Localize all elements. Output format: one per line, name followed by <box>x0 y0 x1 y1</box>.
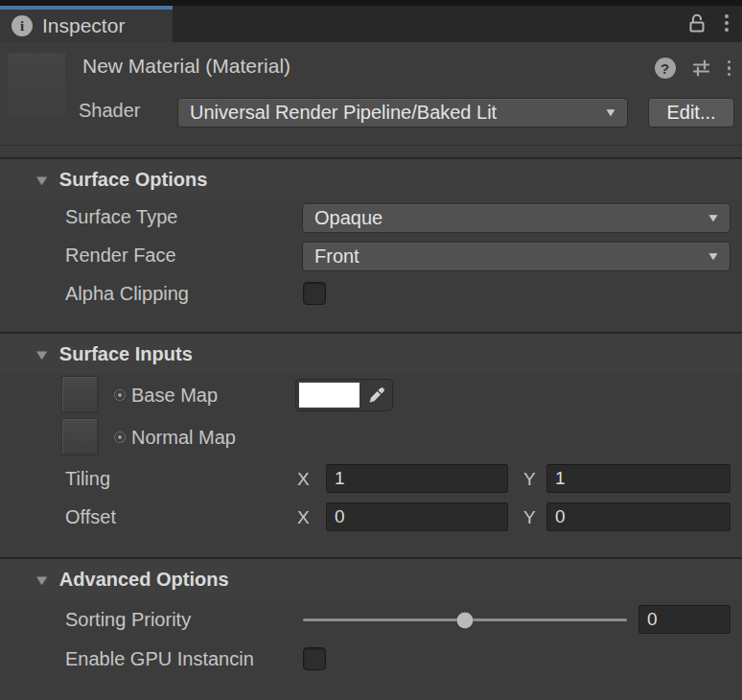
tiling-x-input[interactable] <box>326 464 508 493</box>
sorting-priority-slider-thumb[interactable] <box>457 612 474 628</box>
surface-type-dropdown[interactable]: Opaque ▼ <box>302 203 730 233</box>
tiling-y-label: Y <box>523 469 536 490</box>
header-separator <box>0 145 742 146</box>
offset-x-label: X <box>297 507 310 528</box>
tab-inspector[interactable]: i Inspector <box>0 6 173 42</box>
chevron-down-icon: ▼ <box>707 211 721 224</box>
presets-icon[interactable] <box>690 58 711 79</box>
section-title: Advanced Options <box>59 569 229 591</box>
tiling-x-label: X <box>297 469 310 490</box>
tab-bar: i Inspector <box>0 0 742 42</box>
render-face-label: Render Face <box>65 245 176 267</box>
foldout-triangle-icon: ▼ <box>33 572 51 588</box>
section-title: Surface Inputs <box>59 343 193 365</box>
normal-map-label: Normal Map <box>131 427 236 449</box>
foldout-triangle-icon: ▼ <box>33 346 51 362</box>
offset-y-label: Y <box>523 507 536 528</box>
gpu-instancing-label: Enable GPU Instancin <box>65 648 254 670</box>
shader-dropdown-value: Universal Render Pipeline/Baked Lit <box>190 102 497 124</box>
material-header: New Material (Material) ? Shader Univers… <box>0 42 742 145</box>
shader-edit-button[interactable]: Edit... <box>648 98 734 128</box>
base-map-label: Base Map <box>131 385 218 407</box>
help-icon[interactable]: ? <box>655 58 676 79</box>
foldout-triangle-icon: ▼ <box>33 172 51 188</box>
tiling-y-input[interactable] <box>546 464 730 493</box>
offset-y-input[interactable] <box>546 502 730 531</box>
tiling-label: Tiling <box>65 468 110 490</box>
material-preview-thumbnail[interactable] <box>8 53 65 117</box>
shader-label: Shader <box>79 100 141 122</box>
surface-type-label: Surface Type <box>65 206 177 228</box>
alpha-clipping-checkbox[interactable] <box>303 282 326 305</box>
base-map-texture-slot[interactable] <box>62 377 98 412</box>
base-map-color-field[interactable] <box>295 379 393 411</box>
sorting-priority-slider[interactable] <box>303 618 627 621</box>
info-icon: i <box>12 15 33 36</box>
base-map-color-swatch[interactable] <box>299 383 359 408</box>
inspector-panel: i Inspector New Material (Material) ? <box>0 0 742 700</box>
object-picker-icon[interactable] <box>114 389 126 401</box>
offset-label: Offset <box>65 506 116 528</box>
tab-menu-kebab-icon[interactable] <box>723 12 730 34</box>
material-menu-kebab-icon[interactable] <box>726 58 733 79</box>
chevron-down-icon: ▼ <box>707 249 721 263</box>
section-header-surface-inputs[interactable]: ▼ Surface Inputs <box>0 334 742 374</box>
material-title: New Material (Material) <box>82 55 290 78</box>
section-header-advanced-options[interactable]: ▼ Advanced Options <box>0 559 742 599</box>
render-face-value: Front <box>314 245 359 268</box>
section-title: Surface Options <box>59 169 207 191</box>
shader-dropdown[interactable]: Universal Render Pipeline/Baked Lit ▼ <box>177 98 628 128</box>
sorting-priority-label: Sorting Priority <box>65 609 191 631</box>
surface-type-value: Opaque <box>314 207 383 229</box>
render-face-dropdown[interactable]: Front ▼ <box>302 242 730 271</box>
chevron-down-icon: ▼ <box>604 105 618 119</box>
eyedropper-icon[interactable] <box>359 380 392 410</box>
offset-x-input[interactable] <box>326 502 508 531</box>
gpu-instancing-checkbox[interactable] <box>303 647 326 670</box>
sorting-priority-input[interactable] <box>638 605 730 634</box>
tab-title: Inspector <box>42 14 125 37</box>
normal-map-texture-slot[interactable] <box>62 419 98 455</box>
section-header-surface-options[interactable]: ▼ Surface Options <box>0 159 742 199</box>
object-picker-icon[interactable] <box>114 432 126 443</box>
alpha-clipping-label: Alpha Clipping <box>65 283 189 305</box>
lock-icon[interactable] <box>686 12 707 35</box>
